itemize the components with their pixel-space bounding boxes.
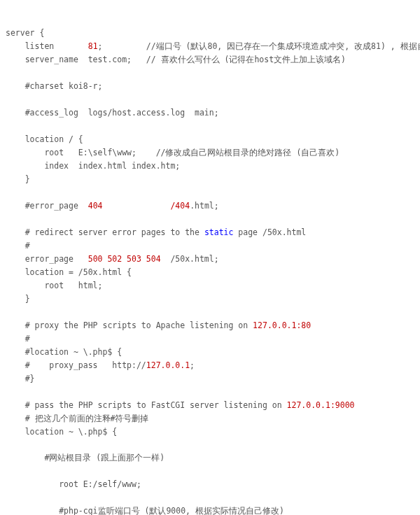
- nginx-config-code-block: server { listen 81; //端口号 (默认80, 因已存在一个集…: [6, 27, 414, 515]
